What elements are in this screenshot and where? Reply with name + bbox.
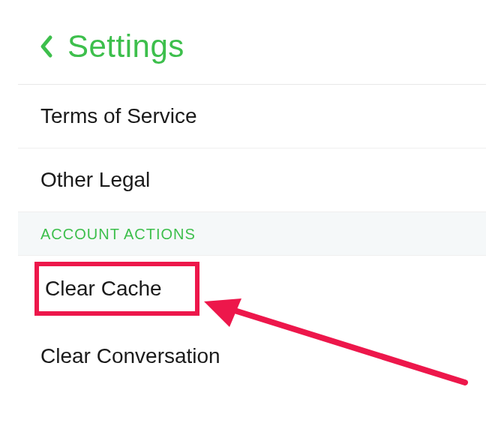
settings-item-terms-of-service[interactable]: Terms of Service <box>18 85 486 148</box>
settings-header: Settings <box>18 15 486 85</box>
settings-item-label: Clear Cache <box>45 277 162 300</box>
back-chevron-icon[interactable] <box>39 34 54 58</box>
settings-item-clear-conversation[interactable]: Clear Conversation <box>18 322 486 388</box>
section-header-account-actions: ACCOUNT ACTIONS <box>18 212 486 256</box>
page-title: Settings <box>68 28 184 64</box>
section-header-label: ACCOUNT ACTIONS <box>40 226 196 242</box>
settings-item-other-legal[interactable]: Other Legal <box>18 148 486 212</box>
settings-item-label: Clear Conversation <box>40 344 220 368</box>
settings-item-label: Terms of Service <box>40 104 197 128</box>
settings-item-clear-cache[interactable]: Clear Cache <box>18 256 486 322</box>
settings-item-label: Other Legal <box>40 168 150 191</box>
settings-container: Settings Terms of Service Other Legal AC… <box>0 0 504 388</box>
